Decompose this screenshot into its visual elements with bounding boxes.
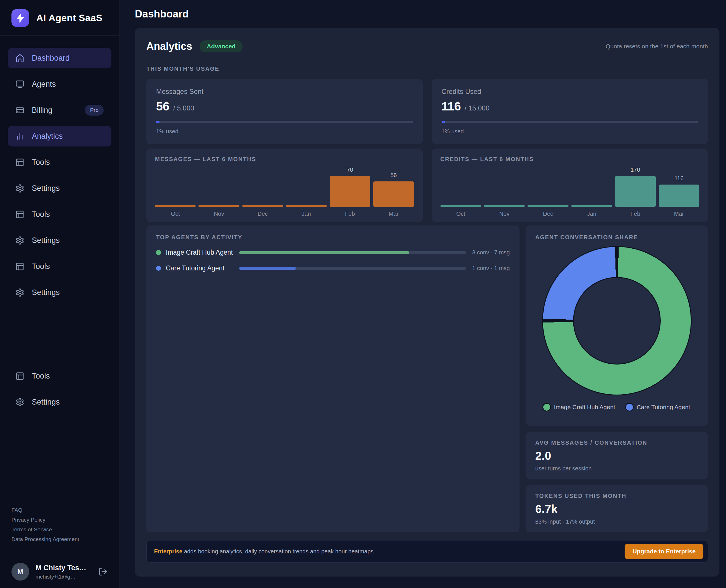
bar-month-label: Dec	[258, 211, 268, 218]
usage-progress-bar	[442, 121, 699, 123]
donut-hole	[574, 278, 660, 364]
usage-value: 116	[442, 100, 461, 113]
sidebar-item-label: Dashboard	[32, 54, 69, 63]
usage-percent-label: 1% used	[442, 128, 699, 135]
agent-color-dot	[156, 250, 161, 255]
bar	[659, 185, 699, 207]
bar	[484, 205, 525, 207]
logout-button[interactable]	[99, 567, 108, 576]
avatar: M	[12, 563, 29, 581]
sidebar-footer-links: FAQ Privacy Policy Terms of Service Data…	[0, 505, 119, 555]
sidebar-item-analytics[interactable]: Analytics	[8, 126, 112, 147]
layout-icon	[16, 372, 24, 381]
messages-bar-chart: Oct Nov Dec Jan 70Feb 56Mar	[155, 164, 414, 218]
bar-column: Oct	[155, 164, 196, 218]
legend-dot-green	[543, 404, 550, 411]
sidebar-item-billing[interactable]: Billing Pro	[8, 100, 112, 121]
gear-icon	[16, 184, 24, 193]
sidebar-item-label: Settings	[32, 184, 60, 193]
lightning-bolt-icon	[15, 13, 25, 23]
bar-value-label: 70	[347, 167, 353, 173]
bar	[199, 205, 239, 207]
stat-value: 6.7k	[535, 503, 698, 516]
sidebar-item-tools-2[interactable]: Tools	[8, 204, 112, 225]
gear-icon	[16, 236, 24, 245]
monitor-icon	[16, 80, 24, 89]
sidebar-item-tools-4[interactable]: Tools	[8, 366, 112, 386]
app-logo-row: AI Agent SaaS	[0, 0, 119, 36]
sidebar-item-label: Tools	[32, 262, 50, 271]
charts-grid: MESSAGES — LAST 6 MONTHS Oct Nov Dec Jan…	[146, 148, 708, 222]
usage-card-label: Credits Used	[442, 87, 699, 96]
bar-column: 70Feb	[330, 164, 370, 218]
footer-link-privacy-policy[interactable]: Privacy Policy	[12, 515, 108, 525]
app-logo	[12, 9, 29, 27]
bar	[330, 176, 370, 207]
credits-used-card: Credits Used 116 / 15,000 1% used	[432, 79, 708, 144]
bar-column: Jan	[571, 164, 612, 218]
donut-chart-title: AGENT CONVERSATION SHARE	[535, 234, 698, 240]
enterprise-banner-text: Enterprise adds booking analytics, daily…	[154, 548, 375, 555]
advanced-badge: Advanced	[200, 40, 243, 52]
sidebar-item-settings-4[interactable]: Settings	[8, 392, 112, 412]
agent-row: Image Craft Hub Agent 3 conv · 7 msg	[156, 249, 510, 256]
bar-month-label: Nov	[214, 211, 224, 218]
stat-sub: user turns per session	[535, 465, 698, 472]
user-email: mchisty+t1@g…	[36, 574, 86, 580]
donut-legend: Image Craft Hub Agent Care Tutoring Agen…	[535, 404, 698, 411]
agent-stats: 3 conv · 7 msg	[472, 249, 510, 256]
bar-column: 56Mar	[373, 164, 414, 218]
usage-limit: / 15,000	[465, 104, 489, 112]
home-icon	[16, 54, 24, 63]
sidebar-item-settings-2[interactable]: Settings	[8, 230, 112, 251]
sidebar-item-agents[interactable]: Agents	[8, 74, 112, 94]
bar-value-label: 170	[631, 167, 640, 173]
sidebar-item-tools-3[interactable]: Tools	[8, 256, 112, 277]
sidebar-item-settings-3[interactable]: Settings	[8, 282, 112, 303]
bar-column: Oct	[441, 164, 481, 218]
agent-activity-bar	[239, 251, 466, 254]
sidebar-nav: Dashboard Agents Billing Pro Analytics T…	[0, 36, 119, 418]
analytics-panel: Analytics Advanced Quota resets on the 1…	[135, 28, 720, 576]
sidebar-item-tools[interactable]: Tools	[8, 152, 112, 172]
enterprise-text: adds booking analytics, daily conversati…	[182, 548, 375, 554]
enterprise-highlight: Enterprise	[154, 548, 182, 554]
agent-name: Image Craft Hub Agent	[166, 249, 237, 256]
bar	[373, 182, 414, 207]
bar-column: Dec	[527, 164, 568, 218]
legend-item: Care Tutoring Agent	[626, 404, 690, 411]
upgrade-to-enterprise-button[interactable]: Upgrade to Enterprise	[625, 544, 703, 559]
usage-grid: Messages Sent 56 / 5,000 1% used Credits…	[146, 79, 708, 144]
bar-column: Nov	[484, 164, 525, 218]
footer-link-terms-of-service[interactable]: Terms of Service	[12, 525, 108, 534]
app-name: AI Agent SaaS	[36, 13, 102, 23]
tokens-used-card: TOKENS USED THIS MONTH 6.7k 83% input · …	[526, 485, 708, 532]
sidebar-item-settings[interactable]: Settings	[8, 178, 112, 198]
agent-color-dot	[156, 266, 161, 271]
credits-bar-chart: Oct Nov Dec Jan 170Feb 116Mar	[441, 164, 700, 218]
quota-note: Quota resets on the 1st of each month	[606, 43, 708, 50]
layout-icon	[16, 210, 24, 219]
agent-activity-fill	[239, 267, 296, 270]
analytics-title: Analytics	[146, 40, 192, 52]
bar-column: Jan	[286, 164, 326, 218]
user-profile-row[interactable]: M M Chisty Tes… mchisty+t1@g…	[0, 555, 119, 588]
sidebar: AI Agent SaaS Dashboard Agents Billing P…	[0, 0, 119, 588]
conversation-share-card: AGENT CONVERSATION SHARE Image Craft Hub…	[526, 226, 708, 426]
footer-link-faq[interactable]: FAQ	[12, 505, 108, 515]
sidebar-item-dashboard[interactable]: Dashboard	[8, 48, 112, 68]
agent-name: Care Tutoring Agent	[166, 265, 237, 272]
agent-stats: 1 conv · 1 msg	[472, 265, 510, 272]
bar-month-label: Mar	[674, 211, 684, 218]
bar-month-label: Oct	[456, 211, 465, 218]
bar	[527, 205, 568, 207]
stat-label: AVG MESSAGES / CONVERSATION	[535, 440, 698, 446]
top-agents-label: TOP AGENTS BY ACTIVITY	[156, 234, 510, 240]
agent-activity-bar	[239, 267, 466, 270]
bar-month-label: Feb	[345, 211, 355, 218]
footer-link-data-processing-agreement[interactable]: Data Processing Agreement	[12, 534, 108, 544]
sidebar-item-label: Billing	[32, 106, 53, 115]
bar-month-label: Feb	[630, 211, 640, 218]
sidebar-item-label: Tools	[32, 372, 50, 381]
bar	[571, 205, 612, 207]
